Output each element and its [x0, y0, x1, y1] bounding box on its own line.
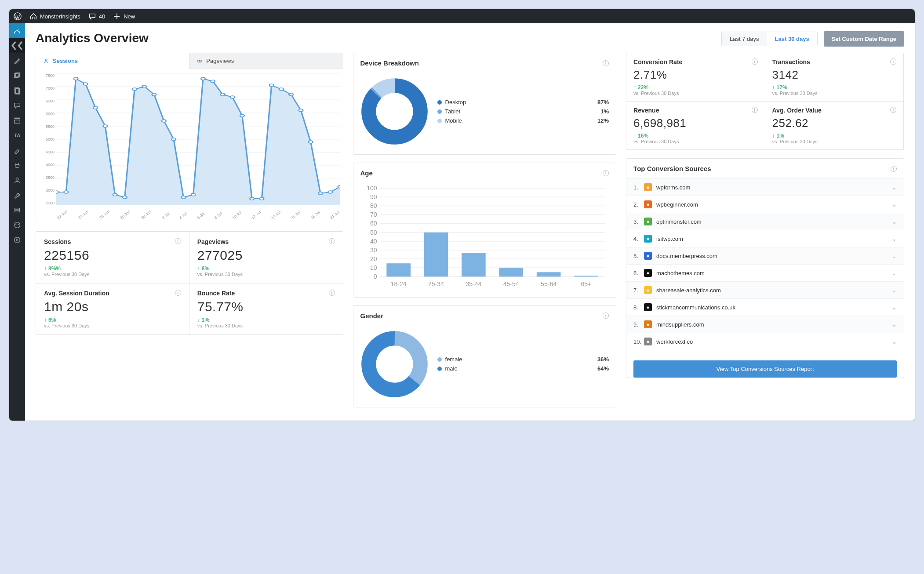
device-legend: Desktop87%Tablet1%Mobile12%: [437, 98, 609, 125]
sidebar-item-templates[interactable]: [9, 113, 25, 128]
svg-rect-93: [574, 276, 598, 276]
tab-sessions-label: Sessions: [53, 58, 78, 64]
svg-point-34: [113, 193, 117, 196]
wp-admin-bar: MonsterInsights 40 New: [9, 9, 915, 23]
sidebar-item-tools[interactable]: [9, 188, 25, 203]
sidebar-item-pages[interactable]: [9, 83, 25, 98]
legend-row: Tablet1%: [437, 107, 609, 116]
info-icon[interactable]: i: [329, 238, 335, 244]
sidebar-item-comments[interactable]: [9, 98, 25, 113]
svg-text:20: 20: [370, 255, 377, 262]
view-conversions-report-button[interactable]: View Top Conversions Sources Report: [633, 360, 897, 378]
svg-point-41: [182, 196, 186, 199]
arrow-up-icon: ↑: [633, 84, 636, 91]
tab-sessions[interactable]: Sessions: [36, 53, 189, 69]
stat-bounce-rate: Bounce Ratei 75.77% ↓1% vs. Previous 30 …: [189, 283, 343, 334]
info-icon[interactable]: i: [603, 60, 609, 66]
age-card: Agei 010203040506070809010018-2425-3435-…: [353, 163, 617, 298]
sessions-chart-card: Sessions Pageviews 750070006500600055005…: [36, 53, 343, 223]
source-favicon-icon: ●: [644, 303, 652, 311]
sidebar-item-users[interactable]: [9, 173, 25, 188]
svg-point-54: [309, 141, 313, 143]
sidebar-item-settings[interactable]: [9, 203, 25, 218]
age-bar-chart: 010203040506070809010018-2425-3435-4445-…: [360, 185, 609, 289]
stat-pageviews: Pageviewsi 277025 ↑8% vs. Previous 30 Da…: [189, 232, 343, 283]
svg-rect-87: [462, 253, 486, 276]
arrow-up-icon: ↑: [633, 133, 636, 139]
svg-text:10: 10: [370, 264, 377, 271]
tab-last-30-days[interactable]: Last 30 days: [767, 32, 817, 46]
sidebar-item-dashboard[interactable]: [9, 23, 25, 38]
svg-text:0: 0: [373, 273, 377, 280]
info-icon[interactable]: i: [603, 170, 609, 176]
arrow-up-icon: ↑: [197, 265, 200, 272]
svg-point-49: [260, 197, 264, 200]
conversion-source-row[interactable]: 10. ● workforcexl.co ⌄: [626, 333, 904, 350]
info-icon[interactable]: i: [752, 107, 758, 113]
admin-bar-comments[interactable]: 40: [88, 12, 105, 20]
svg-point-53: [299, 109, 303, 112]
stat-avg-session-duration: Avg. Session Durationi 1m 20s ↑6% vs. Pr…: [36, 283, 189, 334]
source-favicon-icon: ●: [644, 200, 652, 208]
svg-text:100: 100: [367, 185, 377, 192]
info-icon[interactable]: i: [752, 58, 758, 65]
conversion-source-row[interactable]: 5. ● docs.memberpress.com ⌄: [626, 247, 904, 264]
sidebar-item-monsterinsights[interactable]: [9, 218, 25, 233]
chevron-down-icon: ⌄: [892, 184, 897, 191]
svg-text:55-64: 55-64: [541, 280, 557, 287]
tab-last-7-days[interactable]: Last 7 days: [722, 32, 767, 46]
svg-point-50: [269, 84, 274, 87]
svg-rect-6: [15, 120, 20, 123]
info-icon[interactable]: i: [329, 290, 335, 296]
sidebar-item-posts[interactable]: [9, 53, 25, 68]
tab-pageviews[interactable]: Pageviews: [189, 53, 342, 69]
svg-rect-5: [15, 118, 20, 119]
svg-point-43: [201, 77, 205, 80]
info-icon[interactable]: i: [891, 166, 897, 172]
sidebar-item-plugins[interactable]: [9, 158, 25, 173]
info-icon[interactable]: i: [175, 290, 181, 296]
sidebar-item-collapse[interactable]: [9, 233, 25, 247]
conversion-source-row[interactable]: 4. ● isitwp.com ⌄: [626, 230, 904, 247]
sidebar-item-media[interactable]: [9, 68, 25, 83]
svg-point-47: [240, 114, 244, 117]
svg-point-55: [318, 192, 323, 195]
device-breakdown-card: Device Breakdowni Desktop87%Tablet1%Mobi…: [353, 53, 617, 155]
conversion-source-row[interactable]: 6. ● machothemes.com ⌄: [626, 264, 904, 281]
sessions-line-chart: 7500700065006000550050004500400035003000…: [36, 69, 343, 223]
svg-rect-85: [424, 233, 448, 277]
set-custom-date-range-button[interactable]: Set Custom Date Range: [824, 31, 904, 47]
chevron-down-icon: ⌄: [892, 287, 897, 294]
conversion-source-row[interactable]: 1. ● wpforms.com ⌄: [626, 178, 904, 196]
info-icon[interactable]: i: [175, 238, 181, 244]
source-favicon-icon: ●: [644, 218, 652, 225]
sidebar-collapse-toggle[interactable]: [9, 38, 25, 53]
conversion-source-row[interactable]: 2. ● wpbeginner.com ⌄: [626, 196, 904, 213]
chevron-down-icon: ⌄: [892, 236, 897, 242]
conversion-source-row[interactable]: 8. ● stickmancommunications.co.uk ⌄: [626, 298, 904, 316]
sidebar-item-appearance[interactable]: [9, 143, 25, 158]
svg-text:25-34: 25-34: [428, 280, 444, 287]
svg-text:45-54: 45-54: [503, 280, 519, 287]
overview-stats-grid: Sessionsi 225156 ↑8%% vs. Previous 30 Da…: [36, 231, 343, 335]
svg-point-31: [84, 83, 88, 85]
svg-point-10: [15, 222, 20, 228]
conversion-source-row[interactable]: 9. ● mindsuppliers.com ⌄: [626, 316, 904, 333]
svg-point-14: [45, 59, 47, 61]
conversion-source-row[interactable]: 3. ● optinmonster.com ⌄: [626, 213, 904, 230]
admin-bar-new[interactable]: New: [113, 12, 135, 20]
svg-point-48: [250, 197, 254, 200]
info-icon[interactable]: i: [603, 312, 609, 319]
source-favicon-icon: ●: [644, 269, 652, 277]
admin-bar-site-link[interactable]: MonsterInsights: [29, 12, 80, 20]
svg-text:35-44: 35-44: [466, 280, 481, 287]
admin-bar-new-label: New: [124, 13, 135, 20]
legend-row: Desktop87%: [437, 98, 609, 107]
stat-transactions: Transactionsi 3142 ↑17% vs. Previous 30 …: [765, 53, 904, 102]
info-icon[interactable]: i: [890, 58, 896, 65]
conversion-source-row[interactable]: 7. ● shareasale-analytics.com ⌄: [626, 281, 904, 298]
svg-text:50: 50: [370, 229, 377, 236]
wp-logo-icon[interactable]: [14, 12, 22, 20]
info-icon[interactable]: i: [890, 107, 896, 113]
sidebar-item-ta[interactable]: TA: [9, 128, 25, 143]
